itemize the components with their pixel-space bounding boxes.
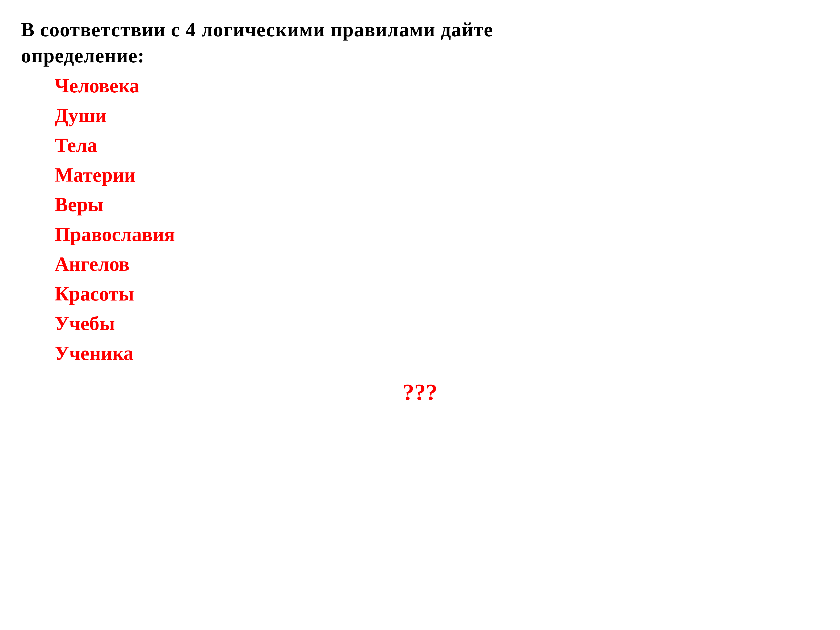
list-item: Материи <box>55 162 819 188</box>
page-container: В соответствии с 4 логическими правилами… <box>21 17 819 406</box>
heading: В соответствии с 4 логическими правилами… <box>21 17 819 69</box>
list-item: Учебы <box>55 311 819 336</box>
list-item: Ученика <box>55 340 819 366</box>
list-item: Тела <box>55 132 819 158</box>
list-item: Ангелов <box>55 251 819 277</box>
list-item: Веры <box>55 192 819 218</box>
list-item: Православия <box>55 221 819 248</box>
list-item: Красоты <box>55 281 819 307</box>
question-mark: ??? <box>21 379 819 406</box>
list-item: Души <box>55 103 819 129</box>
heading-line1: В соответствии с 4 логическими правилами… <box>21 17 819 43</box>
items-list: ЧеловекаДушиТелаМатерииВерыПравославияАн… <box>55 73 819 366</box>
heading-line2: определение: <box>21 43 819 69</box>
list-item: Человека <box>55 73 819 99</box>
